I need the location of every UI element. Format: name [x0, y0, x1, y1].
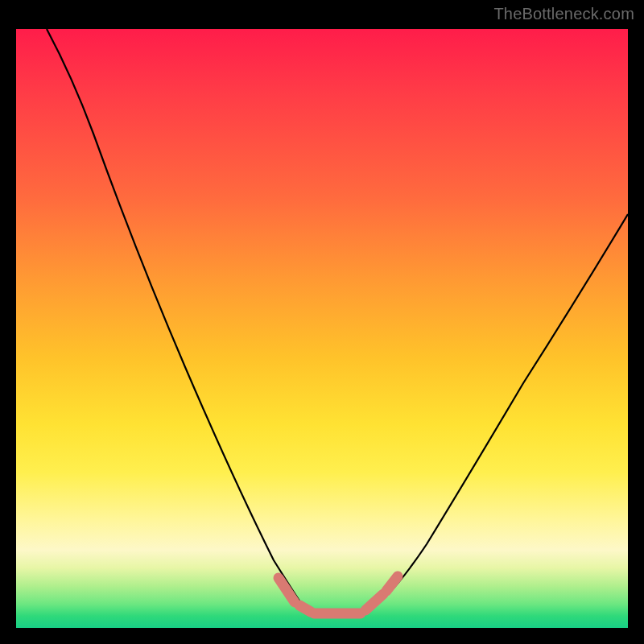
outer-frame: TheBottleneck.com — [0, 0, 644, 644]
right-curve — [372, 214, 628, 609]
plot-area — [16, 29, 628, 628]
trough-accent-left — [279, 578, 295, 602]
watermark-text: TheBottleneck.com — [493, 5, 634, 23]
left-curve — [47, 29, 314, 612]
curves-svg — [16, 29, 628, 628]
trough-accent-right — [365, 594, 383, 610]
trough-accent-left-2 — [299, 605, 311, 612]
trough-accent-right-2 — [386, 576, 398, 591]
